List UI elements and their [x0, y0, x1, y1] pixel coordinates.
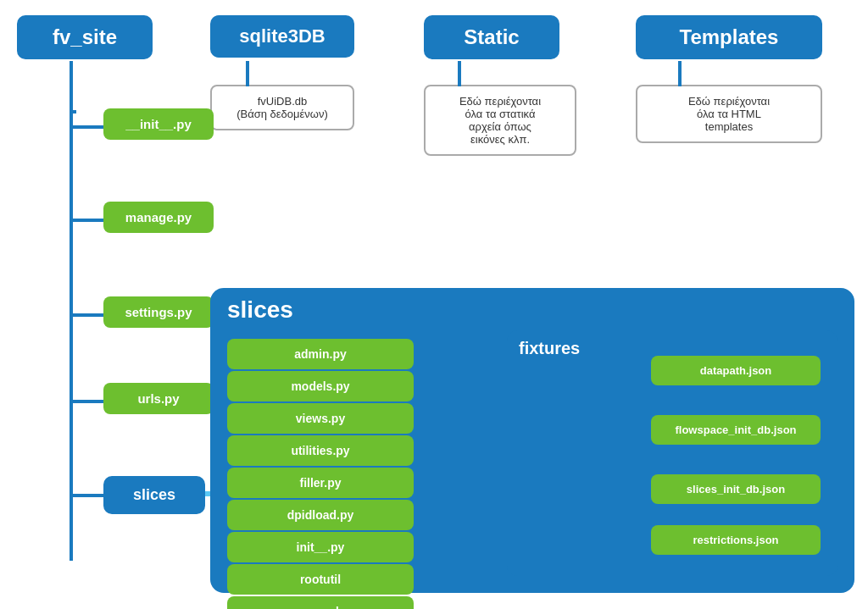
- slices-child-box: slices: [103, 476, 205, 514]
- fv-site-hline-slices: [70, 494, 103, 497]
- slices-file-models: models.py: [227, 371, 414, 401]
- fixtures-label: fixtures: [519, 339, 580, 358]
- fv-site-hline-manage: [70, 219, 103, 222]
- fixtures-file-datapath: datapath.json: [651, 356, 821, 385]
- sqlite3db-box: sqlite3DB: [210, 15, 354, 58]
- fixtures-file-slices-init: slices_init_db.json: [651, 474, 821, 504]
- static-connector: [458, 61, 461, 86]
- slices-file-filler: filler.py: [227, 468, 414, 498]
- slices-container: slices admin.py models.py views.py utili…: [210, 288, 854, 593]
- slices-label: slices: [227, 296, 293, 324]
- fv-site-box: fv_site: [17, 15, 153, 59]
- slices-file-utilities: utilities.py: [227, 435, 414, 466]
- slices-file-views: views.py: [227, 403, 414, 434]
- fixtures-file-restrictions: restrictions.json: [651, 525, 821, 555]
- slices-file-admin: admin.py: [227, 339, 414, 369]
- templates-connector: [678, 61, 682, 86]
- sqlite3db-connector: [246, 61, 249, 86]
- manage-py-box: manage.py: [103, 202, 214, 233]
- fv-site-hline-urls: [70, 400, 103, 403]
- fv-site-vline: [70, 61, 73, 561]
- templates-box: Templates: [636, 15, 822, 59]
- fixtures-file-flowspace: flowspace_init_db.json: [651, 415, 821, 445]
- slices-file-dpidload: dpidload.py: [227, 500, 414, 530]
- fv-site-hline-init: [70, 125, 103, 129]
- slices-file-record: record: [227, 596, 414, 609]
- urls-py-box: urls.py: [103, 383, 214, 414]
- templates-desc: Εδώ περιέχονται όλα τα HTML templates: [636, 85, 822, 143]
- static-desc: Εδώ περιέχονται όλα τα στατικά αρχεία όπ…: [424, 85, 576, 156]
- slices-files-list: admin.py models.py views.py utilities.py…: [227, 339, 431, 609]
- slices-file-init: init__.py: [227, 532, 414, 562]
- sqlite3db-desc: fvUiDB.db (Βάση δεδομένων): [210, 85, 354, 130]
- settings-py-box: settings.py: [103, 296, 214, 328]
- init-py-box: __init__.py: [103, 108, 214, 140]
- fv-site-file-init: [73, 110, 76, 113]
- fixtures-container: fixtures datapath.json flowspace_init_db…: [507, 330, 837, 576]
- static-box: Static: [424, 15, 559, 59]
- fv-site-hline-settings: [70, 313, 103, 317]
- slices-file-rootutil: rootutil: [227, 564, 414, 595]
